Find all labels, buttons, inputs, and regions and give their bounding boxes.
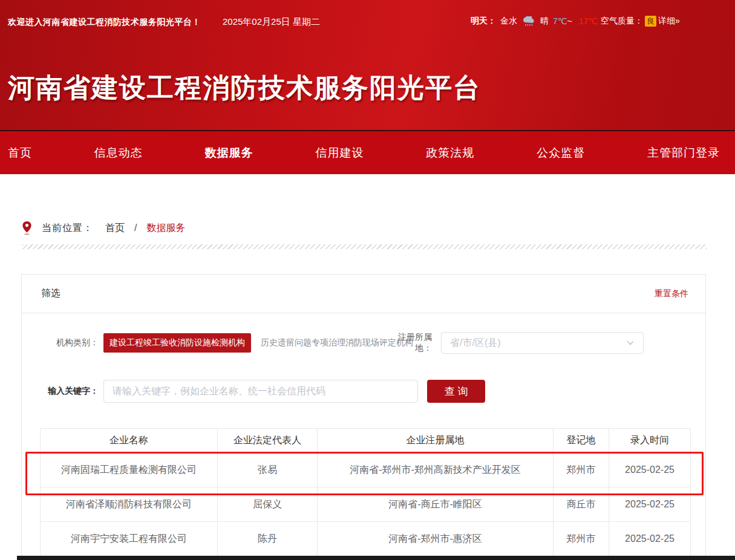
breadcrumb: 当前位置： 首页 / 数据服务 [22, 220, 185, 236]
org-type-row: 机构类别： 建设工程竣工验收消防设施检测机构历史遗留问题专项治理消防现场评定机构… [22, 331, 705, 354]
results-table-wrap: 企业名称企业法定代表人企业注册属地登记地录入时间 河南固瑞工程质量检测有限公司张… [40, 428, 691, 556]
region-select[interactable]: 省/市/区(县) [441, 332, 644, 354]
keyword-input[interactable] [103, 380, 418, 403]
filter-title: 筛选 [41, 287, 60, 300]
table-header-row: 企业名称企业法定代表人企业注册属地登记地录入时间 [41, 429, 691, 453]
table-cell: 郑州市 [554, 522, 609, 556]
weather-district: 金水 [500, 16, 517, 27]
table-cell: 河南省-郑州市-郑州高新技术产业开发区 [318, 453, 554, 487]
table-cell: 张易 [218, 453, 318, 487]
chevron-down-icon [626, 339, 635, 347]
table-cell: 河南省泽顺消防科技有限公司 [41, 487, 218, 522]
weather-detail-link[interactable]: 详细» [658, 16, 680, 27]
table-header-cell: 企业注册属地 [318, 429, 554, 453]
air-quality-label: 空气质量： [601, 16, 643, 27]
table-cell: 河南固瑞工程质量检测有限公司 [41, 453, 218, 487]
header-banner: 欢迎进入河南省建设工程消防技术服务阳光平台！ 2025年02月25日 星期二 明… [0, 0, 735, 130]
filter-panel-header: 筛选 重置条件 [22, 275, 705, 313]
region-select-placeholder: 省/市/区(县) [450, 337, 626, 350]
keyword-label: 输入关键字： [22, 386, 99, 397]
table-cell: 河南宇宁安装工程有限公司 [41, 522, 218, 556]
nav-item[interactable]: 主管部门登录 [647, 145, 720, 161]
org-type-option[interactable]: 建设工程竣工验收消防设施检测机构 [103, 333, 251, 353]
breadcrumb-home-link[interactable]: 首页 [105, 222, 125, 235]
table-cell: 河南省-郑州市-惠济区 [318, 522, 554, 556]
breadcrumb-label: 当前位置： [42, 222, 93, 235]
filter-panel: 筛选 重置条件 机构类别： 建设工程竣工验收消防设施检测机构历史遗留问题专项治理… [21, 274, 706, 560]
table-cell: 屈保义 [218, 487, 318, 522]
temp-low: 7℃ [553, 16, 567, 26]
weather-condition: 晴 [540, 16, 549, 27]
nav-item[interactable]: 首页 [8, 145, 32, 161]
results-table: 企业名称企业法定代表人企业注册属地登记地录入时间 河南固瑞工程质量检测有限公司张… [40, 428, 691, 556]
temp-high: 17℃ [579, 16, 598, 26]
breadcrumb-separator: / [134, 223, 137, 233]
table-row: 河南省泽顺消防科技有限公司屈保义河南省-商丘市-睢阳区商丘市2025-02-25 [41, 487, 691, 522]
region-group: 注册所属地： 省/市/区(县) [385, 332, 644, 354]
breadcrumb-current[interactable]: 数据服务 [146, 222, 185, 235]
weather-widget: 明天： 金水 晴 7℃ ~ 17℃ 空气质 [471, 16, 680, 27]
region-label: 注册所属地： [385, 332, 432, 354]
table-cell: 商丘市 [554, 487, 609, 522]
tomorrow-label: 明天： [471, 16, 496, 27]
table-cell: 2025-02-25 [609, 487, 691, 522]
nav-item[interactable]: 政策法规 [426, 145, 474, 161]
table-header-cell: 登记地 [554, 429, 609, 453]
nav-item[interactable]: 数据服务 [205, 145, 253, 161]
keyword-row: 输入关键字： 查 询 [22, 380, 705, 403]
table-row: 河南宇宁安装工程有限公司陈丹河南省-郑州市-惠济区郑州市2025-02-25 [41, 522, 691, 556]
table-body: 河南固瑞工程质量检测有限公司张易河南省-郑州市-郑州高新技术产业开发区郑州市20… [41, 453, 691, 556]
date-text: 2025年02月25日 星期二 [223, 16, 320, 28]
table-cell: 陈丹 [218, 522, 318, 556]
table-cell: 2025-02-25 [609, 522, 691, 556]
table-cell: 郑州市 [554, 453, 609, 487]
table-cell: 2025-02-25 [609, 453, 691, 487]
nav-item[interactable]: 信用建设 [315, 145, 364, 161]
table-header-cell: 企业名称 [41, 429, 218, 453]
slash-divider [22, 244, 707, 249]
table-row: 河南固瑞工程质量检测有限公司张易河南省-郑州市-郑州高新技术产业开发区郑州市20… [41, 453, 691, 487]
org-type-options: 建设工程竣工验收消防设施检测机构历史遗留问题专项治理消防现场评定机构 [103, 333, 419, 353]
reset-filters-link[interactable]: 重置条件 [655, 288, 688, 299]
nav-item[interactable]: 公众监督 [537, 145, 585, 161]
nav-item[interactable]: 信息动态 [94, 145, 143, 161]
main-nav: 首页信息动态数据服务信用建设政策法规公众监督主管部门登录 [0, 130, 735, 174]
temp-tilde: ~ [567, 16, 572, 26]
air-quality-badge: 良 [645, 16, 656, 27]
footer-bar [17, 556, 735, 560]
cloud-rain-icon [521, 16, 536, 27]
location-pin-icon [22, 221, 32, 235]
search-button[interactable]: 查 询 [427, 380, 485, 403]
table-cell: 河南省-商丘市-睢阳区 [318, 487, 554, 522]
table-header-cell: 录入时间 [609, 429, 691, 453]
org-type-label: 机构类别： [22, 337, 99, 348]
page: 欢迎进入河南省建设工程消防技术服务阳光平台！ 2025年02月25日 星期二 明… [0, 0, 735, 560]
topbar: 欢迎进入河南省建设工程消防技术服务阳光平台！ 2025年02月25日 星期二 明… [0, 0, 735, 44]
table-header-cell: 企业法定代表人 [218, 429, 318, 453]
welcome-text: 欢迎进入河南省建设工程消防技术服务阳光平台！ [8, 17, 201, 28]
site-title: 河南省建设工程消防技术服务阳光平台 [8, 70, 481, 106]
